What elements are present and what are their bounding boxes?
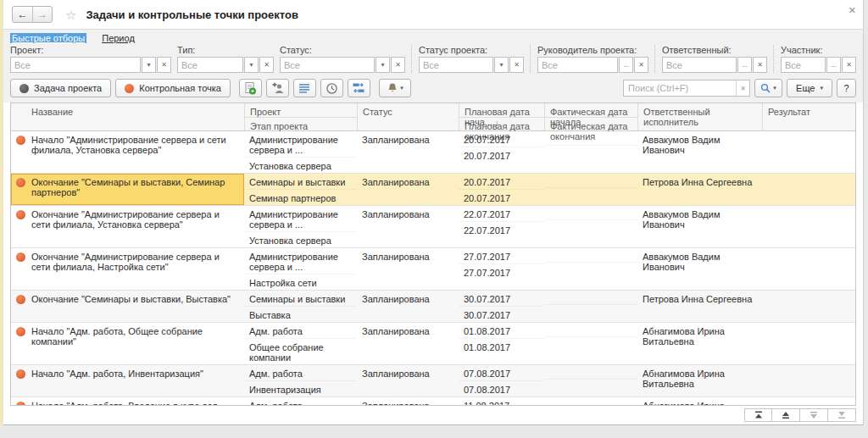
row-responsible[interactable]: Аввакумов Вадим Иванович: [637, 206, 762, 247]
create-based-on-button[interactable]: [239, 79, 262, 97]
table-row[interactable]: Начало "Администрирование сервера и сети…: [11, 131, 855, 174]
row-status[interactable]: Запланирована: [357, 174, 459, 205]
row-name-cell[interactable]: Начало "Адм. работа, Инвентаризация": [11, 365, 244, 396]
scroll-bottom-button[interactable]: [828, 408, 856, 422]
header-fact-start[interactable]: Фактическая дата начала: [545, 103, 637, 117]
row-plan-dates-cell[interactable]: 01.08.2017 01.08.2017: [459, 323, 544, 364]
row-result[interactable]: [762, 174, 855, 205]
row-fact-dates-cell[interactable]: [544, 174, 637, 205]
row-result[interactable]: [762, 323, 855, 364]
row-status[interactable]: Запланирована: [357, 131, 459, 173]
filter-clear-button[interactable]: ✕: [509, 57, 524, 73]
row-project-cell[interactable]: Адм. работа Инвентаризация: [244, 365, 357, 396]
row-project-cell[interactable]: Администрирование сервера и ... Настройк…: [244, 248, 357, 290]
table-row[interactable]: Окончание "Администрирование сервера и с…: [11, 206, 855, 248]
row-result[interactable]: [762, 131, 855, 173]
row-name-cell[interactable]: Начало "Администрирование сервера и сети…: [11, 131, 244, 173]
row-responsible[interactable]: Абнагимова Ирина Витальевна: [637, 397, 762, 405]
header-responsible[interactable]: Ответственный исполнитель: [637, 103, 762, 130]
filter-picker-button[interactable]: ▾: [494, 57, 509, 73]
filter-picker-button[interactable]: ▾: [244, 57, 259, 73]
filter-input[interactable]: Все: [781, 57, 826, 73]
filter-picker-button[interactable]: ▾: [376, 57, 390, 73]
row-status[interactable]: Запланирована: [357, 291, 459, 322]
row-name-cell[interactable]: Окончание "Администрирование сервера и с…: [11, 248, 244, 290]
filter-input[interactable]: Все: [419, 57, 493, 73]
header-project[interactable]: Проект: [245, 103, 357, 117]
scroll-up-button[interactable]: [772, 408, 800, 422]
header-status[interactable]: Статус: [357, 103, 459, 130]
row-result[interactable]: [762, 397, 855, 405]
filter-input[interactable]: Все: [537, 57, 618, 73]
row-plan-dates-cell[interactable]: 20.07.2017 20.07.2017: [459, 131, 544, 173]
row-responsible[interactable]: Петрова Инна Сергеевна: [637, 291, 762, 322]
row-status[interactable]: Запланирована: [357, 397, 459, 405]
tab-quick-filters[interactable]: Быстрые отборы: [10, 33, 86, 43]
table-row[interactable]: Начало "Адм. работа, Введение в курс дел…: [11, 397, 855, 405]
row-responsible[interactable]: Аввакумов Вадим Иванович: [637, 248, 762, 290]
filter-clear-button[interactable]: ✕: [753, 57, 767, 73]
filter-input[interactable]: Все: [280, 57, 375, 73]
row-fact-dates-cell[interactable]: [544, 397, 637, 405]
scroll-down-button[interactable]: [800, 408, 828, 422]
filter-picker-button[interactable]: ...: [619, 57, 633, 73]
header-stage[interactable]: Этап проекта: [245, 117, 357, 130]
row-plan-dates-cell[interactable]: 20.07.2017 20.07.2017: [459, 174, 544, 205]
filter-picker-button[interactable]: ▾: [142, 57, 156, 73]
filter-clear-button[interactable]: ✕: [842, 57, 856, 73]
row-name-cell[interactable]: Окончание "Администрирование сервера и с…: [11, 206, 244, 247]
back-button[interactable]: ←: [13, 7, 32, 22]
row-name-cell[interactable]: Начало "Адм. работа, Общее собрание комп…: [11, 323, 244, 364]
row-status[interactable]: Запланирована: [357, 248, 459, 290]
row-responsible[interactable]: Аввакумов Вадим Иванович: [637, 131, 762, 173]
row-plan-dates-cell[interactable]: 30.07.2017 30.07.2017: [459, 291, 544, 322]
row-project-cell[interactable]: Семинары и выставки Семинар партнеров: [244, 174, 357, 205]
row-project-cell[interactable]: Администрирование сервера и ... Установк…: [244, 131, 357, 173]
row-fact-dates-cell[interactable]: [544, 131, 637, 173]
row-fact-dates-cell[interactable]: [544, 206, 637, 247]
project-task-button[interactable]: Задача проекта: [10, 79, 111, 97]
filter-input[interactable]: Все: [662, 57, 737, 73]
table-row[interactable]: Окончание "Семинары и выставки, Семинар …: [11, 174, 855, 206]
filter-picker-button[interactable]: ...: [826, 57, 841, 73]
row-responsible[interactable]: Абнагимова Ирина Витальевна: [637, 365, 762, 396]
row-project-cell[interactable]: Адм. работа Введение в курс дел нового с…: [244, 397, 357, 405]
row-fact-dates-cell[interactable]: [544, 365, 637, 396]
search-options-button[interactable]: ▾: [754, 79, 782, 97]
row-name-cell[interactable]: Начало "Адм. работа, Введение в курс дел…: [11, 397, 244, 405]
row-status[interactable]: Запланирована: [357, 323, 459, 364]
header-plan-dates[interactable]: Плановая дата нача...↓ Плановая дата око…: [459, 103, 544, 130]
row-fact-dates-cell[interactable]: [544, 291, 637, 322]
row-project-cell[interactable]: Администрирование сервера и ... Установк…: [244, 206, 357, 247]
close-icon[interactable]: ✕: [849, 6, 856, 15]
scroll-top-button[interactable]: [744, 408, 772, 422]
table-row[interactable]: Начало "Адм. работа, Общее собрание комп…: [11, 323, 855, 365]
tab-period[interactable]: Период: [100, 33, 136, 43]
row-responsible[interactable]: Абнагимова Ирина Витальевна: [637, 323, 762, 364]
header-project-stage[interactable]: Проект Этап проекта: [244, 103, 357, 130]
filter-clear-button[interactable]: ✕: [157, 57, 171, 73]
filter-clear-button[interactable]: ✕: [634, 57, 648, 73]
table-row[interactable]: Начало "Адм. работа, Инвентаризация" Адм…: [11, 365, 855, 397]
row-fact-dates-cell[interactable]: [544, 323, 637, 364]
row-fact-dates-cell[interactable]: [544, 248, 637, 290]
header-result[interactable]: Результат: [762, 103, 855, 130]
more-button[interactable]: Еще ▾: [787, 79, 832, 97]
filter-clear-button[interactable]: ✕: [259, 57, 274, 73]
row-responsible[interactable]: Петрова Инна Сергеевна: [637, 174, 762, 205]
row-result[interactable]: [762, 291, 855, 322]
row-status[interactable]: Запланирована: [357, 365, 459, 396]
row-project-cell[interactable]: Семинары и выставки Выставка: [244, 291, 357, 322]
gantt-chart-button[interactable]: [348, 79, 370, 97]
header-name[interactable]: Название: [11, 103, 244, 130]
search-clear-button[interactable]: ✕: [736, 80, 749, 96]
favorite-star-icon[interactable]: ☆: [65, 8, 76, 21]
assign-performer-button[interactable]: [266, 79, 289, 97]
list-view-button[interactable]: [293, 79, 316, 97]
row-plan-dates-cell[interactable]: 07.08.2017 07.08.2017: [459, 365, 544, 396]
table-row[interactable]: Окончание "Администрирование сервера и с…: [11, 248, 855, 291]
row-result[interactable]: [762, 365, 855, 396]
row-plan-dates-cell[interactable]: 22.07.2017 22.07.2017: [459, 206, 544, 247]
filter-input[interactable]: Все: [10, 57, 141, 73]
row-name-cell[interactable]: Окончание "Семинары и выставки, Семинар …: [11, 174, 244, 205]
